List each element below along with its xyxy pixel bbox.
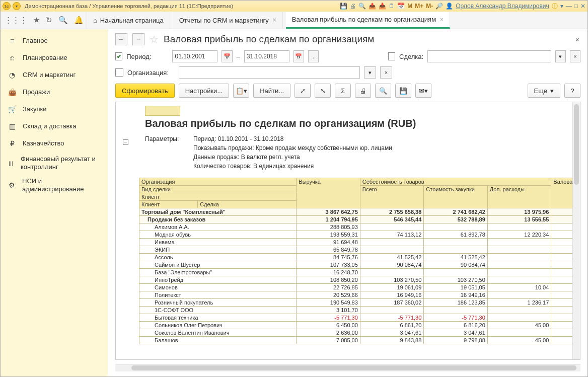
- table-row[interactable]: Ассоль84 745,7641 525,4241 525,4243 220,…: [139, 254, 581, 261]
- favorite-star-icon[interactable]: ☆: [150, 33, 159, 45]
- page-close-button[interactable]: ×: [575, 36, 579, 44]
- table-row[interactable]: Соколов Валентин Иванович2 636,003 047,6…: [139, 329, 581, 337]
- table-row[interactable]: Продажи без заказов1 204 794,95546 345,4…: [139, 216, 581, 223]
- info-dd-icon[interactable]: ▾: [560, 3, 563, 10]
- date-to-input[interactable]: 31.10.2018: [244, 50, 289, 62]
- save-report-button[interactable]: 💾: [395, 84, 411, 98]
- table-row[interactable]: Розничный покупатель190 549,83187 360,02…: [139, 299, 581, 307]
- back-button[interactable]: ←: [115, 33, 127, 45]
- search-icon[interactable]: 🔍: [58, 16, 68, 25]
- sidebar-item-warehouse[interactable]: ▥Склад и доставка: [1, 118, 108, 135]
- clipboard-out-icon[interactable]: 📤: [369, 3, 376, 10]
- preview-icon[interactable]: 🔍: [358, 3, 366, 10]
- cell: [487, 269, 551, 276]
- tree-collapse-button[interactable]: −: [123, 139, 128, 145]
- cell: 2 636,00: [297, 329, 360, 337]
- run-button[interactable]: Сформировать: [115, 84, 175, 98]
- cell: 186 123,85: [424, 299, 487, 307]
- sum-button[interactable]: Σ: [335, 84, 351, 98]
- clipboard-in-icon[interactable]: 📥: [379, 3, 386, 10]
- save-icon[interactable]: 💾: [340, 3, 347, 10]
- table-row[interactable]: Бытовая техника-5 771,30-5 771,30-5 771,…: [139, 314, 581, 322]
- table-row[interactable]: Алхимов А.А.288 805,93288 805,93100,00: [139, 223, 581, 231]
- tab-home[interactable]: ⌂ Начальная страница: [87, 12, 170, 29]
- table-row[interactable]: Модная обувь193 559,3174 113,1261 892,78…: [139, 231, 581, 239]
- print-button[interactable]: 🖨: [355, 84, 371, 98]
- app-menu-dropdown[interactable]: ▾: [13, 2, 21, 10]
- sidebar-item-planning[interactable]: ⎌Планирование: [1, 49, 108, 66]
- calendar-icon[interactable]: 📅: [397, 3, 405, 10]
- table-row[interactable]: ИнноТрейд108 850,20103 270,50103 270,505…: [139, 276, 581, 284]
- tab-gross-profit[interactable]: Валовая прибыль по сделкам по организаци…: [286, 12, 450, 29]
- favorites-icon[interactable]: ★: [33, 16, 40, 25]
- table-row[interactable]: Политекст20 529,6616 949,1616 949,163 58…: [139, 291, 581, 299]
- table-row[interactable]: Балашов7 085,009 843,889 798,8845,00-2 7…: [139, 337, 581, 344]
- maximize-button[interactable]: □: [574, 3, 578, 10]
- expand-button[interactable]: ⤢: [295, 84, 311, 98]
- help-button[interactable]: ?: [564, 84, 580, 98]
- vertical-scrollbar[interactable]: [572, 102, 580, 359]
- info-icon[interactable]: ⓘ: [552, 2, 558, 11]
- minimize-button[interactable]: —: [566, 3, 572, 10]
- deal-dropdown-button[interactable]: ▾: [555, 50, 566, 62]
- table-row[interactable]: 1С-СОФТ ООО3 101,703 101,70100,00: [139, 307, 581, 314]
- table-row[interactable]: Саймон и Шустер107 733,0590 084,7490 084…: [139, 261, 581, 269]
- cell: 16 949,16: [360, 291, 423, 299]
- tab-close-icon[interactable]: ×: [273, 17, 276, 24]
- sidebar-item-sales[interactable]: 👜Продажи: [1, 84, 108, 101]
- sidebar-item-main[interactable]: ≡Главное: [1, 32, 108, 49]
- date-to-picker-button[interactable]: 📅: [293, 50, 304, 62]
- deal-clear-button[interactable]: ×: [570, 50, 580, 62]
- preview-button[interactable]: 🔍: [375, 84, 391, 98]
- deal-input[interactable]: [427, 50, 551, 62]
- m-minus-button[interactable]: M-: [426, 3, 433, 10]
- apps-icon[interactable]: ⋮⋮⋮: [5, 16, 27, 25]
- forward-button[interactable]: →: [132, 33, 144, 45]
- calc-icon[interactable]: 🗒: [389, 3, 395, 10]
- sidebar-item-treasury[interactable]: ₽Казначейство: [1, 135, 108, 152]
- org-checkbox[interactable]: [115, 68, 123, 77]
- sidebar-item-purchasing[interactable]: 🛒Закупки: [1, 101, 108, 118]
- table-row[interactable]: Сольников Олег Петрович6 450,006 861,206…: [139, 322, 581, 329]
- period-checkbox[interactable]: ✔: [115, 52, 122, 60]
- sidebar-item-label: Казначейство: [23, 139, 64, 147]
- horizontal-scrollbar[interactable]: [115, 364, 580, 371]
- zoom-icon[interactable]: 🔎: [435, 3, 443, 10]
- cell: [360, 307, 423, 314]
- more-button[interactable]: Еще ▾: [528, 84, 560, 98]
- m-plus-button[interactable]: M+: [415, 3, 423, 10]
- find-button[interactable]: Найти...: [253, 84, 290, 98]
- settings-extra-button[interactable]: 📋▾: [233, 84, 249, 98]
- deal-checkbox[interactable]: [388, 52, 395, 60]
- period-more-button[interactable]: ...: [308, 50, 319, 62]
- cell: 12 220,34: [487, 231, 551, 239]
- email-button[interactable]: ✉▾: [415, 84, 431, 98]
- table-row[interactable]: Инвема91 694,4891 694,48100,00: [139, 239, 581, 246]
- table-row[interactable]: Торговый дом "Комплексный"3 867 642,752 …: [139, 208, 581, 216]
- user-icon[interactable]: 👤: [446, 3, 453, 10]
- settings-button[interactable]: Настройки...: [179, 84, 230, 98]
- org-dropdown-button[interactable]: ▾: [364, 66, 376, 79]
- table-row[interactable]: База "Электротовары"16 248,7016 248,7010…: [139, 269, 581, 276]
- tab-close-icon[interactable]: ×: [440, 16, 444, 23]
- table-row[interactable]: Симонов22 726,8519 061,0919 051,0510,043…: [139, 284, 581, 291]
- close-button[interactable]: ✕: [580, 3, 585, 10]
- tab-reports-crm[interactable]: Отчеты по CRM и маркетингу ×: [173, 12, 283, 29]
- date-from-input[interactable]: 01.10.2001: [172, 50, 217, 62]
- m-button[interactable]: M: [407, 3, 412, 10]
- collapse-button[interactable]: ⤡: [315, 84, 331, 98]
- cell: 1 236,17: [487, 299, 551, 307]
- sidebar-item-admin[interactable]: ⚙НСИ и администрирование: [1, 174, 108, 196]
- table-row[interactable]: ЭКИП65 849,7865 849,78100,00: [139, 246, 581, 254]
- org-clear-button[interactable]: ×: [380, 66, 392, 79]
- sidebar-item-finance[interactable]: ⫼Финансовый результат и контроллинг: [1, 152, 108, 174]
- print-icon[interactable]: 🖨: [350, 3, 356, 10]
- cell: [360, 223, 423, 231]
- date-from-picker-button[interactable]: 📅: [222, 50, 232, 62]
- user-name[interactable]: Орлов Александр Владимирович: [456, 3, 549, 10]
- sidebar-item-crm[interactable]: ◔CRM и маркетинг: [1, 66, 108, 84]
- org-input[interactable]: [179, 66, 360, 79]
- report-area[interactable]: Валовая прибыль по сделкам по организаци…: [115, 102, 580, 360]
- notifications-icon[interactable]: 🔔: [74, 16, 84, 25]
- history-icon[interactable]: ↻: [46, 16, 52, 25]
